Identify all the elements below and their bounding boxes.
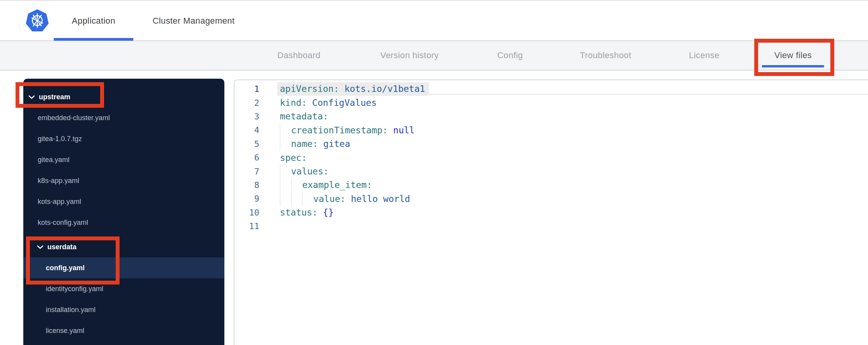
indent-guide <box>280 123 291 137</box>
tab-application[interactable]: Application <box>72 1 115 41</box>
tree-item-label: identityconfig.yaml <box>46 285 103 293</box>
tree-item-label: license.yaml <box>46 327 84 335</box>
tree-item-upstream[interactable]: upstream <box>23 86 224 107</box>
top-navigation-bar: Application Cluster Management <box>0 0 868 41</box>
tree-item-license-yaml[interactable]: license.yaml <box>23 320 224 341</box>
code-line-content: kind: ConfigValues <box>280 96 377 109</box>
line-number: 8 <box>234 180 259 190</box>
tab-dashboard-label: Dashboard <box>277 50 320 60</box>
code-line-content: spec: <box>280 151 307 164</box>
tree-item-label: userdata <box>47 243 76 251</box>
tab-view-files[interactable]: View files <box>774 41 812 70</box>
tab-troubleshoot[interactable]: Troubleshoot <box>580 41 631 70</box>
app-section-tabs: DashboardVersion historyConfigTroublesho… <box>0 41 868 71</box>
tree-item-label: kots-config.yaml <box>38 219 88 227</box>
code-line-9: 9value: hello world <box>234 192 868 205</box>
token-key: value: <box>313 194 345 204</box>
indent-guide <box>291 178 302 192</box>
wheel-hub <box>36 19 39 22</box>
token-const: {} <box>318 207 334 217</box>
tree-item-gitea-yaml[interactable]: gitea.yaml <box>23 149 224 170</box>
tab-version-history-label: Version history <box>380 50 439 60</box>
line-number: 11 <box>234 221 259 231</box>
indent-guide <box>302 192 313 205</box>
tree-item-gitea-1-0-7-tgz[interactable]: gitea-1.0.7.tgz <box>23 128 224 149</box>
token-val: gitea <box>318 139 350 149</box>
indent-guide <box>280 178 291 192</box>
code-line-10: 10status: {} <box>234 206 868 219</box>
token-const: null <box>388 125 415 135</box>
code-line-7: 7values: <box>234 164 868 178</box>
tree-item-installation-yaml[interactable]: installation.yaml <box>23 299 224 320</box>
indent-guide <box>280 137 291 151</box>
token-key: status: <box>280 207 318 217</box>
file-content-editor[interactable]: 1apiVersion: kots.io/v1beta12kind: Confi… <box>234 79 868 345</box>
token-val: hello world <box>345 194 410 204</box>
code-line-content: example_item: <box>280 178 372 192</box>
tree-item-label: upstream <box>39 93 70 101</box>
tree-item-label: installation.yaml <box>46 306 95 314</box>
code-line-1: 1apiVersion: kots.io/v1beta1 <box>234 82 868 96</box>
indent-guide <box>280 192 291 205</box>
tree-item-identityconfig-yaml[interactable]: identityconfig.yaml <box>23 278 224 299</box>
code-line-2: 2kind: ConfigValues <box>234 96 868 109</box>
line-number: 2 <box>234 98 259 108</box>
code-line-3: 3metadata: <box>234 110 868 123</box>
tab-license[interactable]: License <box>689 41 720 70</box>
active-line-highlight: apiVersion: kots.io/v1beta1 <box>277 82 429 96</box>
code-tokens: spec: <box>280 151 307 164</box>
tab-dashboard[interactable]: Dashboard <box>277 41 320 70</box>
line-number: 10 <box>234 208 259 217</box>
token-key: apiVersion: <box>280 84 339 94</box>
code-tokens: creationTimestamp: null <box>291 123 415 137</box>
line-number: 3 <box>234 112 259 121</box>
token-key: example_item: <box>302 180 372 190</box>
file-tree-sidebar[interactable]: upstreamembedded-cluster.yamlgitea-1.0.7… <box>23 79 224 345</box>
line-number: 5 <box>234 139 259 149</box>
tab-license-label: License <box>689 50 720 60</box>
code-tokens: example_item: <box>302 178 372 192</box>
token-key: spec: <box>280 153 307 163</box>
token-key: values: <box>291 166 329 176</box>
kubernetes-logo-icon <box>25 9 49 33</box>
line-number: 7 <box>234 167 259 176</box>
code-tokens: name: gitea <box>291 137 350 151</box>
indent-guide <box>280 164 291 178</box>
tree-item-label: embedded-cluster.yaml <box>38 114 110 122</box>
tab-config[interactable]: Config <box>497 41 523 70</box>
code-line-content: value: hello world <box>280 192 410 205</box>
tree-item-k8s-app-yaml[interactable]: k8s-app.yaml <box>23 170 224 191</box>
code-line-4: 4creationTimestamp: null <box>234 123 868 137</box>
token-val: kots.io/v1beta1 <box>339 84 425 94</box>
code-line-11: 11 <box>234 219 868 233</box>
chevron-down-icon[interactable] <box>28 95 35 99</box>
code-tokens: status: {} <box>280 206 333 219</box>
tab-view-files-label: View files <box>774 50 812 60</box>
token-key: metadata: <box>280 111 328 121</box>
tree-item-kots-config-yaml[interactable]: kots-config.yaml <box>23 212 224 233</box>
code-line-content: status: {} <box>280 206 333 219</box>
code-tokens: value: hello world <box>313 192 410 205</box>
code-tokens: values: <box>291 164 329 178</box>
code-line-content: name: gitea <box>280 137 350 151</box>
code-line-8: 8example_item: <box>234 178 868 192</box>
tab-cluster-management-label: Cluster Management <box>153 16 234 26</box>
chevron-down-icon[interactable] <box>37 245 43 249</box>
line-number: 6 <box>234 153 259 162</box>
tree-item-userdata[interactable]: userdata <box>23 236 224 257</box>
tab-cluster-management[interactable]: Cluster Management <box>153 1 234 41</box>
line-number: 4 <box>234 125 259 135</box>
tree-item-config-yaml[interactable]: config.yaml <box>23 257 224 278</box>
code-tokens: metadata: <box>280 110 328 123</box>
tree-item-label: gitea.yaml <box>38 156 69 164</box>
tree-item-label: config.yaml <box>46 264 85 272</box>
tab-version-history[interactable]: Version history <box>380 41 439 70</box>
code-line-6: 6spec: <box>234 151 868 164</box>
kots-admin-console: { "colors": { "accent_blue": "#3b6be4", … <box>0 0 868 345</box>
token-key: name: <box>291 139 318 149</box>
tree-item-embedded-cluster-yaml[interactable]: embedded-cluster.yaml <box>23 107 224 128</box>
code-line-content: values: <box>280 164 329 178</box>
code-line-content: metadata: <box>280 110 328 123</box>
tree-item-kots-app-yaml[interactable]: kots-app.yaml <box>23 191 224 212</box>
token-key: creationTimestamp: <box>291 125 388 135</box>
